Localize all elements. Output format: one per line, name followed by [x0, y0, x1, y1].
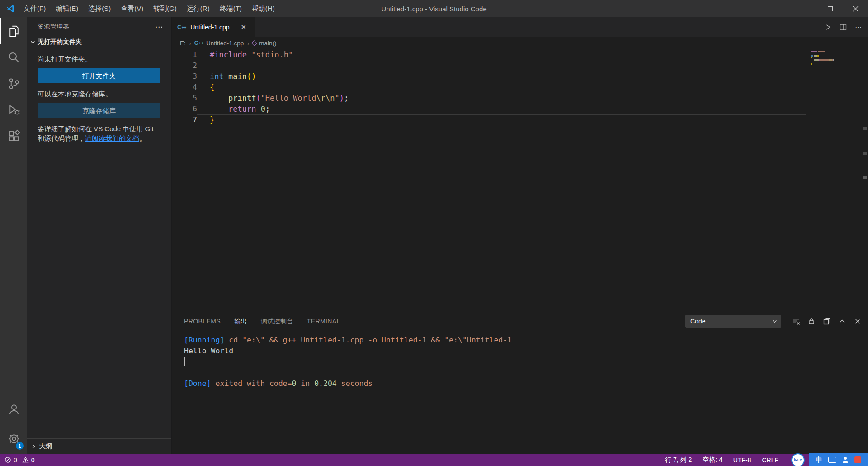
editor-group: C++ Untitled-1.cpp ✕ ⋯ E:›C++Untitled-1.…	[172, 17, 868, 312]
lock-icon	[807, 317, 816, 325]
output-channel-select[interactable]: Code	[685, 315, 781, 328]
ime-toolbar[interactable]: iFLY 中	[791, 453, 868, 466]
chevron-right-icon	[31, 444, 36, 449]
symbol-method-icon	[251, 40, 257, 46]
panel-tab[interactable]: 输出	[234, 314, 247, 328]
activity-accounts[interactable]	[0, 396, 27, 422]
cursor-position-status[interactable]: 行 7, 列 2	[665, 456, 692, 464]
bottom-panel: PROBLEMS输出调试控制台TERMINAL Code	[172, 312, 868, 454]
activity-extensions[interactable]	[0, 123, 27, 149]
maximize-icon	[828, 6, 833, 11]
activity-settings[interactable]: 1	[0, 426, 27, 452]
close-panel-button[interactable]	[854, 317, 862, 325]
menu-item[interactable]: 帮助(H)	[247, 0, 280, 17]
code-editor[interactable]: 1#include "stdio.h"23int main()4{5 print…	[172, 49, 868, 312]
menu-item[interactable]: 编辑(E)	[51, 0, 83, 17]
section-outline-header[interactable]: 大纲	[27, 438, 171, 454]
activity-run-debug[interactable]	[0, 97, 27, 123]
clone-repo-button[interactable]: 克隆存储库	[38, 103, 160, 118]
breadcrumb[interactable]: E:›C++Untitled-1.cpp›main()	[172, 37, 868, 49]
menu-item[interactable]: 查看(V)	[116, 0, 148, 17]
ruler-mark	[863, 152, 867, 155]
encoding-status[interactable]: UTF-8	[733, 456, 751, 464]
breadcrumb-item[interactable]: E:	[180, 40, 186, 47]
minimize-button[interactable]	[792, 0, 817, 17]
files-icon	[7, 24, 21, 38]
line-content: printf("Hello World\r\n");	[197, 93, 806, 104]
breadcrumb-item[interactable]: main()	[252, 40, 276, 47]
indentation-status[interactable]: 空格: 4	[703, 456, 722, 464]
code-line[interactable]: 4{	[172, 82, 868, 93]
output-line	[184, 357, 868, 367]
docs-link[interactable]: 请阅读我们的文档	[85, 134, 139, 142]
panel-tab[interactable]: 调试控制台	[261, 314, 293, 328]
ime-mode-indicator[interactable]: 中	[816, 456, 822, 464]
tab-label: Untitled-1.cpp	[190, 24, 229, 31]
output-line: Hello World	[184, 346, 868, 357]
split-editor-button[interactable]	[840, 24, 847, 31]
run-debug-icon	[7, 103, 21, 117]
tab-untitled-1[interactable]: C++ Untitled-1.cpp ✕	[172, 17, 255, 37]
error-count: 0	[14, 456, 17, 464]
code-line[interactable]: 5 printf("Hello World\r\n");	[172, 93, 868, 104]
code-line[interactable]: 2	[172, 60, 868, 71]
ime-user-icon[interactable]	[842, 457, 849, 463]
activity-source-control[interactable]	[0, 71, 27, 97]
line-content: }	[197, 114, 806, 125]
menu-item[interactable]: 终端(T)	[215, 0, 247, 17]
line-content: int main()	[197, 71, 806, 82]
more-actions-icon[interactable]: ⋯	[155, 22, 163, 32]
error-icon	[5, 456, 11, 463]
close-button[interactable]	[843, 0, 868, 17]
minimap[interactable]	[811, 51, 862, 66]
menu-item[interactable]: 选择(S)	[83, 0, 116, 17]
overview-ruler[interactable]	[862, 49, 868, 312]
line-content: return 0;	[197, 104, 806, 114]
activity-search[interactable]	[0, 44, 27, 71]
open-in-editor-button[interactable]	[823, 317, 831, 325]
breadcrumb-item[interactable]: C++Untitled-1.cpp	[194, 40, 244, 47]
ime-badge-icon[interactable]	[854, 456, 861, 463]
ime-keyboard-icon[interactable]	[828, 457, 836, 463]
open-folder-button[interactable]: 打开文件夹	[38, 68, 160, 83]
code-line[interactable]: 7}	[172, 114, 868, 125]
menu-item[interactable]: 转到(G)	[148, 0, 182, 17]
status-bar: 0 0 行 7, 列 2 空格: 4 UTF-8 CRLF iFLY 中	[0, 454, 868, 466]
code-line[interactable]: 3int main()	[172, 71, 868, 82]
no-folder-text: 尚未打开文件夹。	[38, 54, 160, 64]
maximize-button[interactable]	[817, 0, 843, 17]
ifly-brand: iFLY	[794, 458, 802, 462]
panel-tab[interactable]: TERMINAL	[307, 314, 340, 328]
minimize-icon	[802, 9, 808, 9]
section-no-folder-header[interactable]: 无打开的文件夹	[27, 36, 171, 48]
lock-scroll-button[interactable]	[807, 317, 816, 325]
line-number: 2	[172, 60, 197, 71]
output-content[interactable]: [Running] cd "e:\" && g++ Untitled-1.cpp…	[172, 330, 868, 454]
code-line[interactable]: 1#include "stdio.h"	[172, 49, 868, 60]
editor-more-actions-icon[interactable]: ⋯	[855, 23, 862, 31]
maximize-panel-button[interactable]	[838, 317, 846, 325]
menu-item[interactable]: 文件(F)	[19, 0, 51, 17]
ifly-logo-icon[interactable]: iFLY	[791, 453, 805, 466]
code-line[interactable]: 6 return 0;	[172, 104, 868, 114]
sidebar-body: 尚未打开文件夹。 打开文件夹 可以在本地克隆存储库。 克隆存储库 要详细了解如何…	[27, 48, 171, 143]
clear-output-button[interactable]	[792, 317, 800, 325]
output-line: [Running] cd "e:\" && g++ Untitled-1.cpp…	[184, 335, 868, 346]
ruler-mark	[863, 127, 867, 130]
tab-bar: C++ Untitled-1.cpp ✕ ⋯	[172, 17, 868, 37]
line-number: 4	[172, 82, 197, 93]
tab-close-icon[interactable]: ✕	[241, 23, 247, 31]
line-number: 5	[172, 93, 197, 104]
sidebar-title: 资源管理器	[38, 23, 69, 31]
menu-item[interactable]: 运行(R)	[182, 0, 215, 17]
line-number: 3	[172, 71, 197, 82]
eol-status[interactable]: CRLF	[762, 456, 778, 464]
ime-box[interactable]: 中	[809, 453, 868, 466]
activity-explorer[interactable]	[0, 18, 27, 44]
output-line	[184, 367, 868, 378]
panel-tab[interactable]: PROBLEMS	[184, 314, 221, 328]
run-code-button[interactable]	[824, 24, 831, 31]
line-number: 6	[172, 104, 197, 114]
clear-output-icon	[792, 317, 800, 325]
problems-status[interactable]: 0 0	[5, 456, 38, 464]
